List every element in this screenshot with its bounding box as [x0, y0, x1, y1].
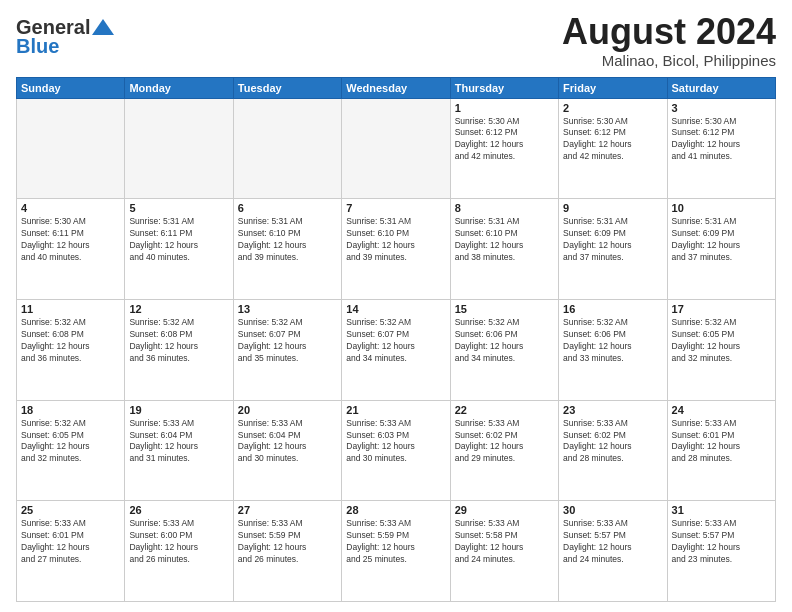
calendar-cell: 21Sunrise: 5:33 AM Sunset: 6:03 PM Dayli…	[342, 400, 450, 501]
day-info: Sunrise: 5:32 AM Sunset: 6:05 PM Dayligh…	[21, 418, 120, 466]
weekday-wednesday: Wednesday	[342, 77, 450, 98]
calendar-cell: 8Sunrise: 5:31 AM Sunset: 6:10 PM Daylig…	[450, 199, 558, 300]
day-number: 25	[21, 504, 120, 516]
day-number: 20	[238, 404, 337, 416]
day-info: Sunrise: 5:31 AM Sunset: 6:10 PM Dayligh…	[238, 216, 337, 264]
calendar-title: August 2024	[562, 12, 776, 52]
day-number: 13	[238, 303, 337, 315]
day-number: 31	[672, 504, 771, 516]
day-info: Sunrise: 5:30 AM Sunset: 6:12 PM Dayligh…	[672, 116, 771, 164]
calendar-cell: 16Sunrise: 5:32 AM Sunset: 6:06 PM Dayli…	[559, 299, 667, 400]
calendar-cell	[233, 98, 341, 199]
day-info: Sunrise: 5:30 AM Sunset: 6:12 PM Dayligh…	[455, 116, 554, 164]
day-info: Sunrise: 5:32 AM Sunset: 6:07 PM Dayligh…	[346, 317, 445, 365]
day-number: 9	[563, 202, 662, 214]
day-info: Sunrise: 5:33 AM Sunset: 6:01 PM Dayligh…	[672, 418, 771, 466]
day-info: Sunrise: 5:33 AM Sunset: 6:00 PM Dayligh…	[129, 518, 228, 566]
calendar-cell: 17Sunrise: 5:32 AM Sunset: 6:05 PM Dayli…	[667, 299, 775, 400]
calendar-cell: 24Sunrise: 5:33 AM Sunset: 6:01 PM Dayli…	[667, 400, 775, 501]
weekday-sunday: Sunday	[17, 77, 125, 98]
day-number: 17	[672, 303, 771, 315]
calendar-cell: 10Sunrise: 5:31 AM Sunset: 6:09 PM Dayli…	[667, 199, 775, 300]
weekday-thursday: Thursday	[450, 77, 558, 98]
day-info: Sunrise: 5:32 AM Sunset: 6:06 PM Dayligh…	[455, 317, 554, 365]
calendar-cell: 31Sunrise: 5:33 AM Sunset: 5:57 PM Dayli…	[667, 501, 775, 602]
day-info: Sunrise: 5:33 AM Sunset: 6:04 PM Dayligh…	[238, 418, 337, 466]
calendar-cell: 23Sunrise: 5:33 AM Sunset: 6:02 PM Dayli…	[559, 400, 667, 501]
day-number: 5	[129, 202, 228, 214]
day-info: Sunrise: 5:31 AM Sunset: 6:09 PM Dayligh…	[563, 216, 662, 264]
day-number: 1	[455, 102, 554, 114]
day-info: Sunrise: 5:33 AM Sunset: 6:01 PM Dayligh…	[21, 518, 120, 566]
day-info: Sunrise: 5:32 AM Sunset: 6:08 PM Dayligh…	[21, 317, 120, 365]
calendar-cell: 6Sunrise: 5:31 AM Sunset: 6:10 PM Daylig…	[233, 199, 341, 300]
calendar-cell: 3Sunrise: 5:30 AM Sunset: 6:12 PM Daylig…	[667, 98, 775, 199]
day-info: Sunrise: 5:33 AM Sunset: 6:03 PM Dayligh…	[346, 418, 445, 466]
calendar-cell: 13Sunrise: 5:32 AM Sunset: 6:07 PM Dayli…	[233, 299, 341, 400]
day-number: 12	[129, 303, 228, 315]
day-info: Sunrise: 5:30 AM Sunset: 6:11 PM Dayligh…	[21, 216, 120, 264]
day-number: 21	[346, 404, 445, 416]
title-block: August 2024 Malinao, Bicol, Philippines	[562, 12, 776, 69]
calendar-cell	[125, 98, 233, 199]
calendar-cell: 9Sunrise: 5:31 AM Sunset: 6:09 PM Daylig…	[559, 199, 667, 300]
calendar-cell: 30Sunrise: 5:33 AM Sunset: 5:57 PM Dayli…	[559, 501, 667, 602]
calendar-cell: 25Sunrise: 5:33 AM Sunset: 6:01 PM Dayli…	[17, 501, 125, 602]
day-number: 19	[129, 404, 228, 416]
day-info: Sunrise: 5:30 AM Sunset: 6:12 PM Dayligh…	[563, 116, 662, 164]
weekday-friday: Friday	[559, 77, 667, 98]
calendar-cell: 5Sunrise: 5:31 AM Sunset: 6:11 PM Daylig…	[125, 199, 233, 300]
week-row-3: 11Sunrise: 5:32 AM Sunset: 6:08 PM Dayli…	[17, 299, 776, 400]
day-number: 26	[129, 504, 228, 516]
day-info: Sunrise: 5:33 AM Sunset: 6:02 PM Dayligh…	[563, 418, 662, 466]
day-number: 18	[21, 404, 120, 416]
day-number: 10	[672, 202, 771, 214]
day-info: Sunrise: 5:33 AM Sunset: 5:59 PM Dayligh…	[238, 518, 337, 566]
svg-marker-0	[92, 19, 114, 35]
day-number: 28	[346, 504, 445, 516]
logo: General Blue	[16, 16, 114, 58]
day-info: Sunrise: 5:31 AM Sunset: 6:10 PM Dayligh…	[346, 216, 445, 264]
calendar-table: SundayMondayTuesdayWednesdayThursdayFrid…	[16, 77, 776, 602]
day-info: Sunrise: 5:33 AM Sunset: 5:57 PM Dayligh…	[672, 518, 771, 566]
weekday-saturday: Saturday	[667, 77, 775, 98]
day-number: 11	[21, 303, 120, 315]
calendar-cell: 27Sunrise: 5:33 AM Sunset: 5:59 PM Dayli…	[233, 501, 341, 602]
calendar-cell: 29Sunrise: 5:33 AM Sunset: 5:58 PM Dayli…	[450, 501, 558, 602]
calendar-cell	[342, 98, 450, 199]
day-info: Sunrise: 5:33 AM Sunset: 6:02 PM Dayligh…	[455, 418, 554, 466]
week-row-4: 18Sunrise: 5:32 AM Sunset: 6:05 PM Dayli…	[17, 400, 776, 501]
day-number: 4	[21, 202, 120, 214]
logo-icon	[92, 19, 114, 35]
calendar-cell: 18Sunrise: 5:32 AM Sunset: 6:05 PM Dayli…	[17, 400, 125, 501]
day-number: 2	[563, 102, 662, 114]
calendar-cell: 4Sunrise: 5:30 AM Sunset: 6:11 PM Daylig…	[17, 199, 125, 300]
calendar-cell: 20Sunrise: 5:33 AM Sunset: 6:04 PM Dayli…	[233, 400, 341, 501]
calendar-cell: 7Sunrise: 5:31 AM Sunset: 6:10 PM Daylig…	[342, 199, 450, 300]
weekday-monday: Monday	[125, 77, 233, 98]
calendar-cell: 28Sunrise: 5:33 AM Sunset: 5:59 PM Dayli…	[342, 501, 450, 602]
calendar-cell: 2Sunrise: 5:30 AM Sunset: 6:12 PM Daylig…	[559, 98, 667, 199]
calendar-cell: 22Sunrise: 5:33 AM Sunset: 6:02 PM Dayli…	[450, 400, 558, 501]
calendar-cell: 15Sunrise: 5:32 AM Sunset: 6:06 PM Dayli…	[450, 299, 558, 400]
day-info: Sunrise: 5:32 AM Sunset: 6:08 PM Dayligh…	[129, 317, 228, 365]
day-number: 22	[455, 404, 554, 416]
day-number: 27	[238, 504, 337, 516]
weekday-header-row: SundayMondayTuesdayWednesdayThursdayFrid…	[17, 77, 776, 98]
day-number: 15	[455, 303, 554, 315]
day-info: Sunrise: 5:33 AM Sunset: 5:58 PM Dayligh…	[455, 518, 554, 566]
day-info: Sunrise: 5:32 AM Sunset: 6:06 PM Dayligh…	[563, 317, 662, 365]
week-row-2: 4Sunrise: 5:30 AM Sunset: 6:11 PM Daylig…	[17, 199, 776, 300]
weekday-tuesday: Tuesday	[233, 77, 341, 98]
day-info: Sunrise: 5:33 AM Sunset: 5:59 PM Dayligh…	[346, 518, 445, 566]
header: General Blue August 2024 Malinao, Bicol,…	[16, 12, 776, 69]
day-number: 3	[672, 102, 771, 114]
day-info: Sunrise: 5:33 AM Sunset: 5:57 PM Dayligh…	[563, 518, 662, 566]
day-info: Sunrise: 5:32 AM Sunset: 6:07 PM Dayligh…	[238, 317, 337, 365]
week-row-5: 25Sunrise: 5:33 AM Sunset: 6:01 PM Dayli…	[17, 501, 776, 602]
day-number: 29	[455, 504, 554, 516]
day-info: Sunrise: 5:33 AM Sunset: 6:04 PM Dayligh…	[129, 418, 228, 466]
day-number: 8	[455, 202, 554, 214]
day-number: 7	[346, 202, 445, 214]
calendar-subtitle: Malinao, Bicol, Philippines	[562, 52, 776, 69]
